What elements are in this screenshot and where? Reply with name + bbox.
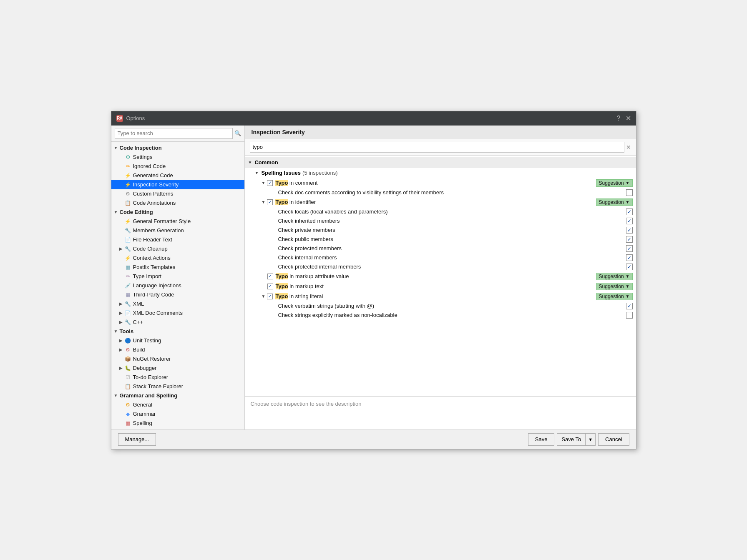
sidebar-item-inspection-severity[interactable]: ⚡ Inspection Severity — [111, 180, 244, 189]
grammar-icon: ◆ — [125, 411, 131, 417]
checkbox-check-inherited[interactable] — [626, 218, 633, 224]
close-button[interactable]: ✕ — [626, 115, 631, 122]
collapse-tools: ▼ — [113, 329, 119, 334]
sidebar-item-todo[interactable]: ☑ To-do Explorer — [111, 373, 244, 382]
file-header-icon: 📄 — [125, 236, 131, 243]
section-grammar-spelling[interactable]: ▼ Grammar and Spelling — [111, 391, 244, 400]
sidebar-item-cpp[interactable]: ▶ 🔧 C++ — [111, 318, 244, 327]
sidebar-item-code-annotations[interactable]: 📋 Code Annotations — [111, 198, 244, 208]
check-internal-text: Check internal members — [278, 254, 626, 261]
sidebar-item-xml[interactable]: ▶ 🔧 XML — [111, 299, 244, 309]
spelling-issues-count: (5 inspections) — [302, 170, 338, 176]
severity-str-arrow: ▼ — [626, 294, 630, 299]
manage-button[interactable]: Manage... — [118, 433, 156, 446]
collapse-xml-doc: ▶ — [118, 310, 124, 316]
sidebar-item-build[interactable]: ▶ ⚙ Build — [111, 345, 244, 354]
right-header: Inspection Severity — [245, 126, 636, 139]
context-actions-icon: ⚡ — [125, 255, 131, 261]
severity-typo-identifier[interactable]: Suggestion ▼ — [596, 198, 633, 206]
checkbox-check-protected-internal[interactable] — [626, 264, 633, 270]
sidebar-item-unit-testing[interactable]: ▶ 🔵 Unit Testing — [111, 336, 244, 345]
sidebar-item-postfix-templates[interactable]: ▦ Postfix Templates — [111, 263, 244, 272]
code-annotations-label: Code Annotations — [133, 200, 176, 206]
severity-markup-attr-label: Suggestion — [599, 274, 624, 279]
sidebar-item-nuget[interactable]: 📦 NuGet Restorer — [111, 354, 244, 364]
collapse-grammar: ▼ — [113, 393, 119, 399]
filter-input[interactable] — [250, 142, 624, 153]
checkbox-check-locals[interactable] — [626, 208, 633, 215]
filter-bar: ✕ — [245, 139, 636, 156]
severity-typo-comment[interactable]: Suggestion ▼ — [596, 179, 633, 187]
sidebar-item-general[interactable]: ⚙ General — [111, 400, 244, 409]
members-gen-label: Members Generation — [133, 227, 184, 234]
sidebar-item-custom-patterns[interactable]: ⚙ Custom Patterns — [111, 189, 244, 198]
severity-typo-string[interactable]: Suggestion ▼ — [596, 293, 633, 300]
sidebar-item-grammar[interactable]: ◆ Grammar — [111, 409, 244, 419]
checkbox-verbatim[interactable] — [626, 303, 633, 309]
cancel-button[interactable]: Cancel — [598, 433, 629, 446]
section-code-editing[interactable]: ▼ Code Editing — [111, 208, 244, 217]
sub-item-check-public: Check public members — [245, 235, 636, 244]
save-button[interactable]: Save — [528, 433, 555, 446]
checkbox-typo-comment[interactable] — [267, 180, 273, 186]
severity-markup-attr-arrow: ▼ — [626, 274, 630, 279]
save-to-button[interactable]: Save To — [557, 433, 585, 446]
verbatim-text: Check verbatim strings (starting with @) — [278, 303, 626, 309]
doc-comments-text: Check doc comments according to visibili… — [278, 189, 626, 196]
checkbox-check-private[interactable] — [626, 227, 633, 234]
sidebar-item-file-header[interactable]: 📄 File Header Text — [111, 235, 244, 244]
checkbox-typo-identifier[interactable] — [267, 199, 273, 205]
build-icon: ⚙ — [125, 347, 131, 353]
sub-group-spelling-issues[interactable]: ▼ Spelling Issues (5 inspections) — [245, 168, 636, 178]
sidebar-item-debugger[interactable]: ▶ 🐛 Debugger — [111, 364, 244, 373]
code-cleanup-label: Code Cleanup — [133, 246, 168, 252]
sidebar-item-stack-trace[interactable]: 📋 Stack Trace Explorer — [111, 382, 244, 391]
checkbox-typo-markup-text[interactable] — [267, 284, 273, 289]
checkbox-doc-comments[interactable] — [626, 189, 633, 196]
sidebar-item-generated-code[interactable]: ⚡ Generated Code — [111, 171, 244, 180]
severity-markup-text-label: Suggestion — [599, 284, 624, 289]
checkbox-typo-string[interactable] — [267, 294, 273, 299]
severity-typo-markup-attr[interactable]: Suggestion ▼ — [596, 273, 633, 280]
severity-mt-arrow: ▼ — [626, 284, 630, 289]
inspection-severity-label: Inspection Severity — [133, 181, 179, 188]
sidebar-item-ignored-code[interactable]: ✏ Ignored Code — [111, 162, 244, 171]
section-tools[interactable]: ▼ Tools — [111, 327, 244, 336]
section-code-inspection[interactable]: ▼ Code Inspection — [111, 143, 244, 153]
sidebar-item-code-cleanup[interactable]: ▶ 🔧 Code Cleanup — [111, 244, 244, 254]
description-panel: Choose code inspection to see the descri… — [245, 396, 636, 429]
sidebar-item-xml-doc[interactable]: ▶ 📄 XML Doc Comments — [111, 309, 244, 318]
sidebar-item-members-generation[interactable]: 🔧 Members Generation — [111, 226, 244, 235]
spacer — [118, 283, 124, 289]
spacer — [118, 420, 124, 426]
search-input[interactable] — [115, 128, 233, 139]
checkbox-check-internal[interactable] — [626, 254, 633, 261]
sidebar-item-general-formatter[interactable]: ⚡ General Formatter Style — [111, 217, 244, 226]
checkbox-check-protected[interactable] — [626, 245, 633, 252]
sidebar-item-type-import[interactable]: ✏ Type Import — [111, 272, 244, 281]
group-header-common[interactable]: ▼ Common — [245, 157, 636, 168]
filter-clear-icon[interactable]: ✕ — [626, 144, 631, 151]
checkbox-non-localizable[interactable] — [626, 312, 633, 319]
spacer — [118, 255, 124, 261]
checkbox-check-public[interactable] — [626, 236, 633, 243]
sidebar-item-third-party-code[interactable]: ▦ Third-Party Code — [111, 290, 244, 299]
spacer — [118, 292, 124, 298]
postfix-icon: ▦ — [125, 264, 131, 271]
checkbox-typo-markup-attr[interactable] — [267, 274, 273, 279]
left-panel: 🔍 ▼ Code Inspection ⚙ Settings ✏ Ignored… — [111, 126, 245, 429]
severity-typo-markup-text[interactable]: Suggestion ▼ — [596, 283, 633, 290]
search-icon[interactable]: 🔍 — [234, 130, 241, 136]
save-to-dropdown-button[interactable]: ▼ — [585, 433, 596, 446]
highlight-typo-str: Typo — [275, 293, 288, 299]
dialog-title: Options — [126, 115, 145, 121]
typo-markup-text-name: Typo in markup text — [276, 283, 596, 289]
sidebar-item-language-injections[interactable]: 💉 Language Injections — [111, 281, 244, 290]
right-panel: Inspection Severity ✕ ▼ Common ▼ Spellin… — [245, 126, 636, 429]
typo-markup-attr-name: Typo in markup attribute value — [276, 273, 596, 279]
sidebar-item-context-actions[interactable]: ⚡ Context Actions — [111, 254, 244, 263]
highlight-typo: Typo — [275, 180, 288, 186]
sidebar-item-spelling[interactable]: ▦ Spelling — [111, 419, 244, 428]
help-button[interactable]: ? — [617, 115, 621, 122]
sidebar-item-settings[interactable]: ⚙ Settings — [111, 153, 244, 162]
